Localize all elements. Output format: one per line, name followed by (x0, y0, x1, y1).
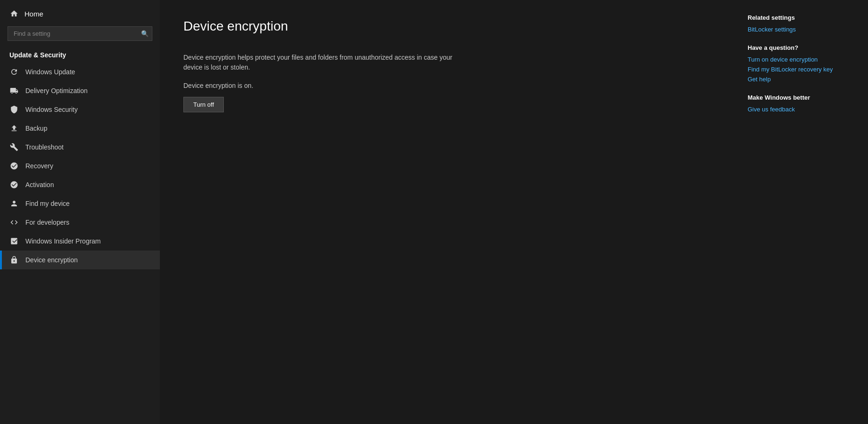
search-box: 🔍 (8, 26, 152, 41)
sidebar-item-label: Backup (25, 125, 47, 132)
description-text: Device encryption helps protect your fil… (183, 53, 466, 72)
sidebar-item-device-encryption[interactable]: Device encryption (0, 251, 160, 269)
delivery-icon (9, 86, 19, 95)
sidebar-item-delivery-optimization[interactable]: Delivery Optimization (0, 81, 160, 100)
sidebar-item-label: Troubleshoot (25, 143, 63, 151)
recovery-icon (9, 162, 19, 170)
sidebar: Home 🔍 Update & Security Windows Update … (0, 0, 160, 424)
search-button[interactable]: 🔍 (141, 30, 149, 37)
sidebar-item-for-developers[interactable]: For developers (0, 213, 160, 232)
lock-icon (9, 256, 19, 264)
turn-off-button[interactable]: Turn off (183, 97, 224, 112)
sidebar-item-troubleshoot[interactable]: Troubleshoot (0, 138, 160, 157)
sidebar-item-label: Windows Security (25, 106, 78, 113)
right-panel: Related settings BitLocker settings Have… (736, 0, 868, 424)
sidebar-item-windows-security[interactable]: Windows Security (0, 100, 160, 119)
refresh-icon (9, 68, 19, 76)
insider-icon (9, 237, 19, 245)
person-icon (9, 199, 19, 208)
sidebar-item-backup[interactable]: Backup (0, 119, 160, 138)
shield-icon (9, 105, 19, 114)
wrench-icon (9, 143, 19, 151)
related-settings-section: Related settings BitLocker settings (748, 14, 857, 33)
sidebar-item-label: Recovery (25, 162, 53, 170)
sidebar-item-label: For developers (25, 219, 69, 226)
make-windows-title: Make Windows better (748, 94, 857, 101)
bitlocker-settings-link[interactable]: BitLocker settings (748, 26, 857, 33)
make-windows-section: Make Windows better Give us feedback (748, 94, 857, 113)
sidebar-item-windows-update[interactable]: Windows Update (0, 63, 160, 81)
developers-icon (9, 218, 19, 227)
backup-icon (9, 124, 19, 133)
find-recovery-key-link[interactable]: Find my BitLocker recovery key (748, 66, 857, 73)
status-text: Device encryption is on. (183, 82, 713, 89)
sidebar-home-label: Home (24, 10, 43, 18)
sidebar-item-label: Windows Update (25, 68, 75, 76)
give-feedback-link[interactable]: Give us feedback (748, 106, 857, 113)
main-content: Device encryption Device encryption help… (160, 0, 736, 424)
sidebar-section-title: Update & Security (0, 45, 160, 63)
activation-icon (9, 181, 19, 189)
turn-on-device-encryption-link[interactable]: Turn on device encryption (748, 56, 857, 63)
sidebar-item-label: Delivery Optimization (25, 87, 87, 94)
sidebar-item-label: Activation (25, 181, 54, 188)
related-settings-title: Related settings (748, 14, 857, 21)
search-input[interactable] (8, 26, 152, 41)
sidebar-item-home[interactable]: Home (0, 5, 160, 23)
sidebar-item-label: Windows Insider Program (25, 237, 101, 245)
have-question-section: Have a question? Turn on device encrypti… (748, 44, 857, 83)
sidebar-item-label: Find my device (25, 200, 70, 207)
home-icon (9, 9, 19, 18)
page-title: Device encryption (183, 19, 713, 34)
sidebar-item-recovery[interactable]: Recovery (0, 157, 160, 175)
sidebar-item-find-my-device[interactable]: Find my device (0, 194, 160, 213)
have-question-title: Have a question? (748, 44, 857, 51)
sidebar-item-label: Device encryption (25, 256, 78, 264)
sidebar-item-windows-insider[interactable]: Windows Insider Program (0, 232, 160, 251)
get-help-link[interactable]: Get help (748, 76, 857, 83)
sidebar-item-activation[interactable]: Activation (0, 175, 160, 194)
